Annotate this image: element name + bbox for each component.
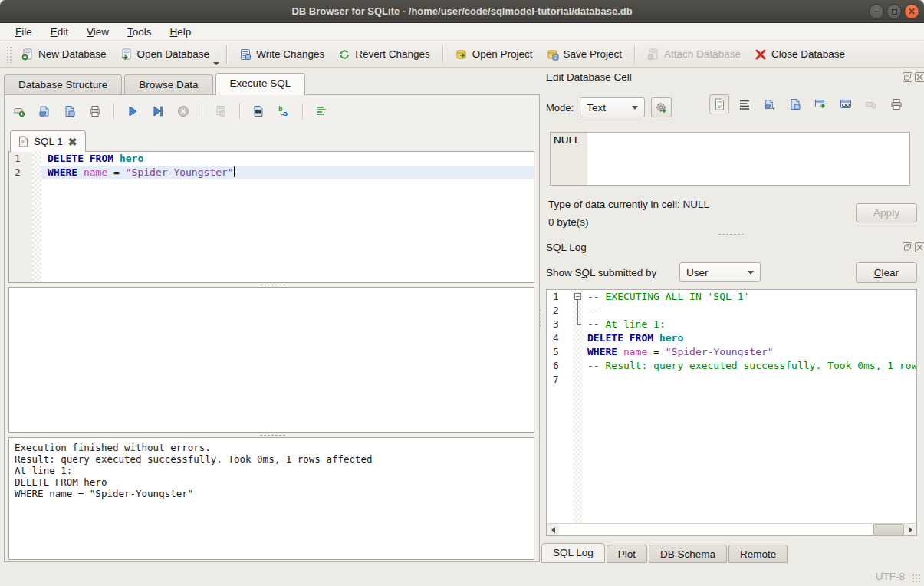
open-project-button[interactable]: Open Project: [449, 44, 540, 64]
dock-float-icon: [904, 74, 911, 81]
minimize-button[interactable]: −: [869, 4, 884, 19]
open-project-label: Open Project: [472, 48, 533, 60]
log-filter-combobox[interactable]: User: [679, 262, 761, 282]
dock-float-button[interactable]: [903, 242, 912, 252]
revert-changes-button[interactable]: Revert Changes: [331, 44, 437, 64]
format-sql-icon: [315, 105, 327, 117]
sql-log-viewer[interactable]: 1 2 3 4 5 6 7 − -- EXECUTING ALL IN 'SQL…: [546, 289, 917, 536]
auto-switch-mode-button[interactable]: [651, 97, 672, 117]
scrollbar-track[interactable]: [559, 524, 904, 535]
sql-operator: =: [107, 166, 125, 178]
new-database-button[interactable]: New Database: [15, 44, 113, 64]
execution-message-pane[interactable]: Execution finished without errors. Resul…: [8, 437, 534, 560]
save-project-icon: [547, 48, 559, 61]
chevron-down-icon: [632, 106, 638, 110]
open-sql-file-button[interactable]: [36, 103, 53, 120]
menu-view[interactable]: View: [79, 25, 117, 39]
encoding-indicator: UTF-8: [876, 571, 905, 582]
save-sql-file-button[interactable]: [61, 103, 78, 120]
import-data-icon[interactable]: [764, 98, 776, 110]
line-number: 4: [547, 331, 573, 345]
sql-editor-toolbar: b a: [11, 103, 330, 120]
save-project-label: Save Project: [564, 48, 623, 60]
print-cell-icon[interactable]: [890, 98, 903, 110]
open-database-icon: [120, 48, 133, 61]
tab-remote[interactable]: Remote: [728, 545, 788, 563]
format-sql-button[interactable]: [313, 103, 330, 120]
dock-tab-bar: SQL Log Plot DB Schema Remote: [541, 543, 789, 563]
find-button[interactable]: [250, 103, 267, 120]
toolbar-drag-handle[interactable]: [6, 46, 12, 63]
sql-code-editor[interactable]: 1 2 DELETE FROM hero WHERE name = "Spide…: [8, 151, 534, 283]
title-bar[interactable]: DB Browser for SQLite - /home/user/code/…: [0, 0, 924, 23]
maximize-button[interactable]: [886, 4, 902, 19]
results-grid-pane[interactable]: [8, 287, 534, 433]
scroll-left-arrow[interactable]: [547, 524, 559, 535]
maximize-icon: [892, 9, 897, 15]
clear-log-button[interactable]: Clear: [856, 262, 917, 283]
scroll-right-arrow[interactable]: [904, 524, 916, 535]
dock-close-button[interactable]: [915, 242, 924, 252]
tab-database-structure[interactable]: Database Structure: [4, 74, 122, 95]
sql-table-name: hero: [120, 153, 143, 164]
sql-tab-close-icon[interactable]: ✖: [68, 136, 77, 148]
new-sql-tab-button[interactable]: [11, 103, 28, 120]
execute-sql-panel: b a SQL 1 ✖ 1 2 D: [4, 94, 540, 562]
cell-value-editor[interactable]: NULL: [550, 132, 910, 186]
execute-current-line-button[interactable]: [150, 103, 166, 120]
resize-grip[interactable]: [912, 574, 922, 584]
replace-button[interactable]: b a: [275, 103, 292, 120]
log-line-3: -- At line 1:: [583, 318, 916, 331]
copy-results-button: [212, 103, 229, 120]
execute-current-line-icon: [152, 105, 164, 117]
tab-db-schema[interactable]: DB Schema: [649, 545, 727, 563]
tab-plot[interactable]: Plot: [607, 545, 647, 563]
word-wrap-icon[interactable]: [738, 98, 751, 110]
fold-collapse-marker[interactable]: −: [574, 293, 581, 300]
menu-help[interactable]: Help: [163, 25, 199, 39]
dock-close-button[interactable]: [915, 72, 924, 82]
toolbar-separator: [302, 104, 303, 119]
message-line: WHERE name = "Spider-Youngster": [15, 488, 193, 499]
mode-combobox[interactable]: Text: [580, 97, 645, 117]
toolbar-separator: [239, 104, 240, 119]
svg-text:a: a: [283, 110, 288, 117]
text-mode-toggle[interactable]: [709, 94, 729, 114]
attach-database-button: Attach Database: [640, 44, 748, 64]
sql-keyword: DELETE FROM: [48, 153, 120, 164]
tab-browse-data[interactable]: Browse Data: [124, 74, 212, 95]
tab-execute-sql[interactable]: Execute SQL: [215, 73, 306, 95]
open-external-icon[interactable]: [814, 98, 827, 110]
log-filter-label: Show SQL submitted by: [546, 267, 656, 278]
set-null-icon: [865, 98, 877, 110]
code-line-2-current: WHERE name = "Spider-Youngster": [41, 166, 534, 179]
dock-float-button[interactable]: [903, 72, 912, 82]
close-button[interactable]: ✕: [904, 4, 919, 19]
menu-tools[interactable]: Tools: [120, 25, 159, 39]
scrollbar-thumb[interactable]: [873, 524, 904, 535]
open-sql-file-icon: [38, 105, 51, 117]
message-line: At line 1:: [15, 465, 72, 476]
write-changes-button[interactable]: Write Changes: [232, 44, 331, 64]
open-database-dropdown-arrow[interactable]: [213, 62, 219, 65]
save-project-button[interactable]: Save Project: [540, 44, 630, 64]
dock-splitter[interactable]: [541, 232, 920, 236]
close-database-button[interactable]: Close Database: [748, 44, 852, 64]
line-number: 5: [547, 345, 573, 359]
tab-sql-log[interactable]: SQL Log: [541, 543, 605, 563]
print-sql-button[interactable]: [87, 103, 104, 120]
export-data-icon[interactable]: [789, 98, 801, 110]
sql-tab-label: SQL 1: [34, 136, 63, 147]
open-database-button[interactable]: Open Database: [113, 44, 217, 64]
log-horizontal-scrollbar[interactable]: [547, 523, 916, 535]
menu-file[interactable]: File: [8, 25, 40, 39]
execute-all-button[interactable]: [124, 103, 141, 120]
log-filter-value: User: [686, 267, 709, 278]
log-comment: -- At line 1:: [587, 318, 666, 330]
sql-document-icon: [18, 136, 28, 147]
menu-edit[interactable]: Edit: [43, 25, 76, 39]
sql-file-tab[interactable]: SQL 1 ✖: [10, 130, 86, 152]
message-line: DELETE FROM hero: [15, 476, 107, 488]
new-sql-tab-icon: [13, 105, 25, 117]
link-icon[interactable]: [840, 98, 852, 110]
